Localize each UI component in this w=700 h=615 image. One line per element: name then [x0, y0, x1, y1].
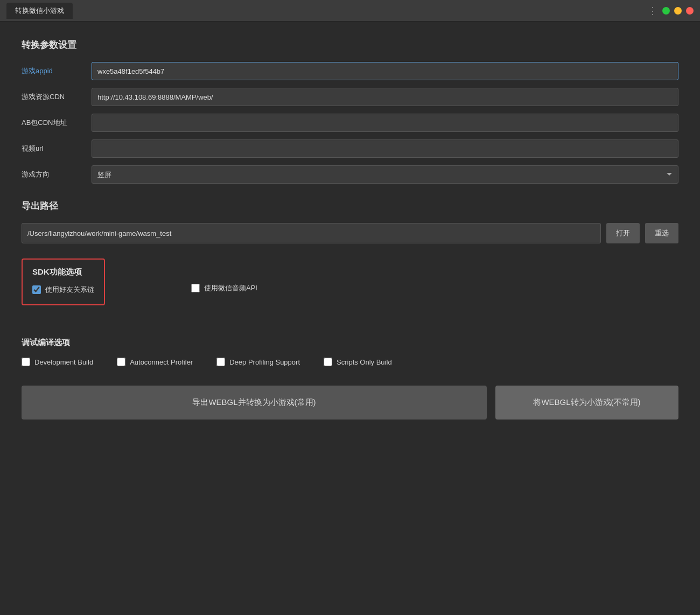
scripts-only-build-text: Scripts Only Build	[337, 358, 392, 366]
ab-cdn-row: AB包CDN地址	[22, 114, 678, 132]
use-friend-chain-label[interactable]: 使用好友关系链	[32, 285, 94, 295]
cdn-input[interactable]	[92, 88, 678, 106]
deep-profiling-support-label[interactable]: Deep Profiling Support	[216, 358, 300, 366]
tab-convert[interactable]: 转换微信小游戏	[6, 3, 73, 19]
development-build-text: Development Build	[34, 358, 93, 366]
export-path-row: 打开 重选	[22, 223, 678, 243]
export-path-input[interactable]	[22, 223, 601, 243]
video-url-input[interactable]	[92, 139, 678, 158]
sdk-container: SDK功能选项 使用好友关系链 使用微信音频API	[22, 256, 678, 322]
deep-profiling-support-checkbox[interactable]	[216, 358, 225, 366]
ab-cdn-label: AB包CDN地址	[22, 118, 92, 128]
sdk-section: SDK功能选项 使用好友关系链	[22, 258, 105, 305]
sdk-options-row: 使用好友关系链	[32, 285, 94, 295]
maximize-button[interactable]	[674, 7, 682, 15]
debug-title: 调试编译选项	[22, 338, 678, 348]
export-path-title: 导出路径	[22, 200, 678, 212]
debug-options-row: Development Build Autoconnect Profiler D…	[22, 358, 678, 366]
minimize-button[interactable]	[662, 7, 670, 15]
appid-input[interactable]	[92, 62, 678, 80]
cdn-row: 游戏资源CDN	[22, 88, 678, 106]
use-friend-chain-checkbox[interactable]	[32, 285, 41, 294]
params-section-title: 转换参数设置	[22, 39, 678, 51]
ab-cdn-input[interactable]	[92, 114, 678, 132]
use-wechat-audio-checkbox[interactable]	[191, 284, 200, 292]
orientation-row: 游戏方向 竖屏 横屏 自动	[22, 165, 678, 184]
orientation-select[interactable]: 竖屏 横屏 自动	[92, 165, 678, 184]
title-bar: 转换微信小游戏 ⋮	[0, 0, 700, 22]
bottom-buttons: 导出WEBGL并转换为小游戏(常用) 将WEBGL转为小游戏(不常用)	[22, 386, 678, 420]
convert-webgl-button[interactable]: 将WEBGL转为小游戏(不常用)	[495, 386, 678, 420]
autoconnect-profiler-label[interactable]: Autoconnect Profiler	[117, 358, 193, 366]
autoconnect-profiler-checkbox[interactable]	[117, 358, 125, 366]
autoconnect-profiler-text: Autoconnect Profiler	[130, 358, 193, 366]
appid-row: 游戏appid	[22, 62, 678, 80]
cdn-label: 游戏资源CDN	[22, 92, 92, 102]
development-build-checkbox[interactable]	[22, 358, 30, 366]
development-build-label[interactable]: Development Build	[22, 358, 93, 366]
export-webgl-button[interactable]: 导出WEBGL并转换为小游戏(常用)	[22, 386, 487, 420]
scripts-only-build-label[interactable]: Scripts Only Build	[324, 358, 392, 366]
appid-label: 游戏appid	[22, 66, 92, 76]
use-wechat-audio-text: 使用微信音频API	[204, 283, 257, 293]
main-content: 转换参数设置 游戏appid 游戏资源CDN AB包CDN地址 视频url 游戏…	[0, 22, 700, 437]
use-wechat-audio-label[interactable]: 使用微信音频API	[191, 283, 257, 293]
open-button[interactable]: 打开	[606, 223, 640, 243]
sdk-right-options: 使用微信音频API	[191, 256, 257, 293]
scripts-only-build-checkbox[interactable]	[324, 358, 332, 366]
dots-menu-icon[interactable]: ⋮	[648, 5, 658, 17]
window-controls: ⋮	[648, 5, 694, 17]
reselect-button[interactable]: 重选	[645, 223, 678, 243]
orientation-label: 游戏方向	[22, 170, 92, 179]
video-url-label: 视频url	[22, 144, 92, 153]
close-button[interactable]	[686, 7, 694, 15]
export-path-section: 导出路径 打开 重选	[22, 200, 678, 243]
debug-section: 调试编译选项 Development Build Autoconnect Pro…	[22, 338, 678, 366]
deep-profiling-support-text: Deep Profiling Support	[229, 358, 300, 366]
use-friend-chain-text: 使用好友关系链	[45, 285, 94, 295]
sdk-title: SDK功能选项	[32, 267, 94, 277]
video-url-row: 视频url	[22, 139, 678, 158]
